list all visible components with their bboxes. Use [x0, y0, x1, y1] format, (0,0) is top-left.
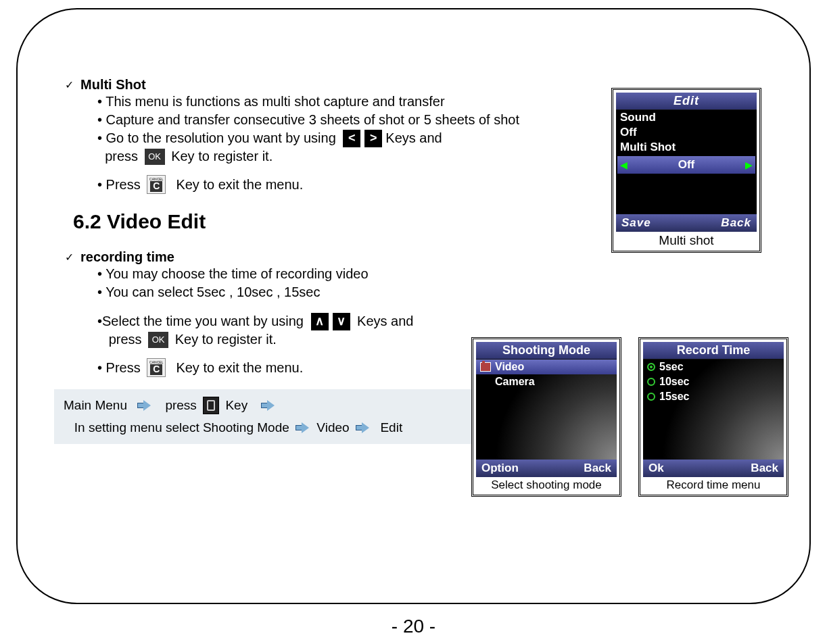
radio-selected-icon	[647, 363, 655, 371]
softkey-right: Back	[584, 462, 611, 475]
breadcrumb: Main Menu press Key In setting menu sele…	[54, 389, 487, 444]
phone-softkeys: Ok Back	[643, 460, 784, 477]
bullet-text: press OK Key to register it.	[97, 330, 449, 349]
bullet-text: • You can select 5sec , 10sec , 15sec	[97, 283, 449, 301]
phone-caption: Record time menu	[643, 477, 784, 492]
phone-option-label: 10sec	[659, 376, 690, 388]
phone-caption: Select shooting mode	[476, 477, 617, 492]
check-icon: ✓	[65, 78, 74, 91]
phone-selected-value: Off	[678, 158, 695, 172]
section-title: Multi Shot	[80, 77, 146, 93]
bullet-text: • This menu is functions as multi shot c…	[97, 93, 584, 111]
phone-menu-item: Sound	[616, 110, 757, 125]
phone-softkeys: Option Back	[476, 460, 617, 477]
bullet-text: press OK Key to register it.	[97, 147, 584, 166]
left-arrow-key-icon: <	[343, 130, 360, 147]
phone-option-label: 5sec	[659, 361, 684, 373]
phone-selector-row: ◀ Off ▶	[617, 156, 755, 174]
ok-key-icon: OK	[148, 332, 168, 348]
radio-icon	[647, 378, 655, 386]
phone-option-label: 15sec	[659, 391, 690, 403]
right-triangle-icon: ▶	[745, 159, 753, 170]
section-title: recording time	[80, 249, 174, 265]
phone-option-row: 10sec	[643, 374, 784, 389]
phone-screenshot-shooting-mode: Shooting Mode Video Camera Option	[471, 337, 621, 497]
softkey-left: Save	[621, 216, 651, 230]
camera-key-icon	[203, 397, 219, 414]
arrow-right-icon	[356, 423, 371, 432]
softkey-right: Back	[721, 216, 751, 230]
phone-option-label: Video	[495, 361, 524, 373]
page-frame: ✓ Multi Shot • This menu is functions as…	[16, 8, 811, 604]
bullet-text: •Select the time you want by using ∧ ∨ K…	[97, 312, 449, 330]
ok-key-icon: OK	[145, 149, 165, 165]
down-arrow-key-icon: ∨	[333, 313, 350, 330]
video-icon	[480, 362, 491, 372]
phone-screenshot-record-time: Record Time 5sec 10sec 15s	[638, 337, 788, 497]
phone-softkeys: Save Back	[616, 214, 757, 232]
phone-titlebar: Record Time	[643, 342, 784, 360]
bullet-text: • Capture and transfer consecutive 3 she…	[97, 111, 584, 129]
bullet-text: • Press CANCELC Key to exit the menu.	[97, 175, 584, 194]
radio-icon	[647, 393, 655, 401]
softkey-left: Ok	[648, 462, 664, 475]
softkey-left: Option	[481, 462, 519, 475]
phone-menu-item: Off	[616, 125, 757, 140]
phone-option-row: 5sec	[643, 360, 784, 374]
up-arrow-key-icon: ∧	[311, 313, 329, 330]
phone-caption: Multi shot	[616, 232, 757, 248]
phone-menu-item: Multi Shot	[616, 140, 757, 155]
phone-screenshot-multishot: Edit Sound Off Multi Shot ◀ Off ▶ Save	[611, 88, 761, 253]
right-arrow-key-icon: >	[364, 130, 382, 147]
left-triangle-icon: ◀	[620, 159, 628, 170]
bullet-text: • You may choose the time of recording v…	[97, 265, 449, 283]
cancel-key-icon: CANCELC	[147, 175, 166, 194]
arrow-right-icon	[261, 401, 276, 410]
arrow-right-icon	[137, 401, 152, 410]
softkey-right: Back	[751, 462, 778, 475]
bullet-text: • Press CANCELC Key to exit the menu.	[97, 358, 449, 377]
phone-titlebar: Edit	[616, 93, 757, 110]
phone-titlebar: Shooting Mode	[476, 342, 617, 360]
phone-option-row: Video	[476, 360, 617, 374]
page-number: - 20 -	[0, 616, 827, 637]
cancel-key-icon: CANCELC	[147, 358, 166, 377]
phone-option-row: Camera	[476, 374, 617, 389]
phone-option-label: Camera	[495, 376, 535, 388]
bullet-text: • Go to the resolution you want by using…	[97, 129, 584, 147]
check-icon: ✓	[65, 251, 74, 264]
phone-option-row: 15sec	[643, 389, 784, 404]
arrow-right-icon	[296, 423, 310, 432]
